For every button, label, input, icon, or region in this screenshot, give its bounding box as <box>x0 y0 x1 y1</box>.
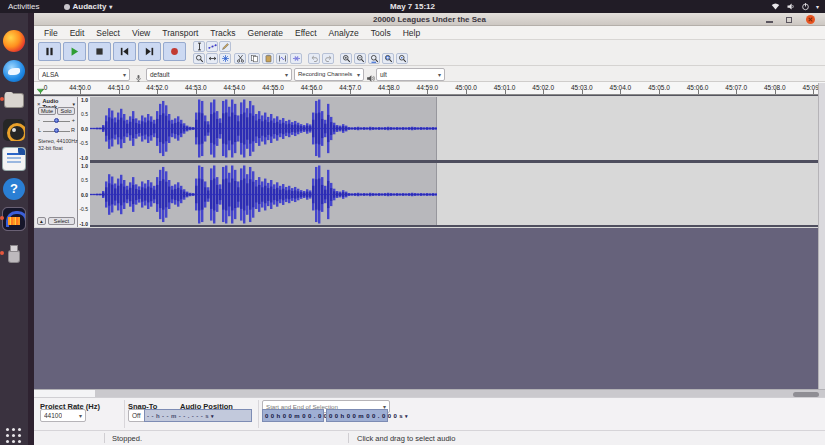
track-bottom-edge[interactable] <box>90 225 825 227</box>
running-indicator <box>0 216 4 220</box>
status-state: Stopped. <box>112 434 142 443</box>
waveform-channel-right[interactable] <box>90 163 437 226</box>
draw-button[interactable] <box>219 41 231 52</box>
select-track-button[interactable]: Select <box>48 217 75 225</box>
menubar: FileEditSelectViewTransportTracksGenerat… <box>34 26 825 40</box>
timeshift-button[interactable] <box>206 53 218 64</box>
dock-item-files[interactable] <box>3 89 25 111</box>
selection-start-field[interactable]: 0 0 h 0 0 m 0 0 . 0 0 0 s ▾ <box>262 409 324 422</box>
gain-thumb[interactable] <box>54 118 59 123</box>
system-tray[interactable]: ▾ <box>771 0 819 13</box>
timeline-tick <box>505 90 506 94</box>
pan-slider[interactable]: L R <box>38 127 75 136</box>
record-button[interactable] <box>163 42 186 61</box>
zoomtool-button[interactable] <box>193 53 205 64</box>
recording-device-select[interactable]: default▾ <box>146 68 292 81</box>
dock-item-help[interactable]: ? <box>3 178 25 200</box>
mute-button[interactable]: Mute <box>38 107 56 115</box>
running-indicator <box>0 97 4 101</box>
timeline-tick <box>659 90 660 94</box>
menu-transport[interactable]: Transport <box>156 26 204 40</box>
window-title: 20000 Leagues Under the Sea <box>34 13 825 26</box>
collapse-track-button[interactable]: ▴ <box>37 217 46 225</box>
dock-item-thunderbird[interactable] <box>3 60 25 82</box>
writer-icon <box>3 148 25 170</box>
timeline-tick <box>775 90 776 94</box>
channel-separator[interactable] <box>90 160 825 163</box>
selection-button[interactable] <box>193 41 205 52</box>
dock-item-rhythmbox[interactable] <box>3 119 25 141</box>
timeline-tick <box>80 90 81 94</box>
menu-view[interactable]: View <box>126 26 156 40</box>
zoom-in-button[interactable] <box>340 53 352 64</box>
play-button[interactable] <box>63 42 86 61</box>
menu-generate[interactable]: Generate <box>242 26 289 40</box>
zoom-fit-button[interactable] <box>382 53 394 64</box>
vruler-label: -0.5 <box>79 140 88 146</box>
minimize-button[interactable] <box>766 21 773 23</box>
selection-toolbar: Project Rate (Hz) 44100 ▾ Snap-To Off ▾ … <box>34 397 825 430</box>
timeline-tick <box>427 90 428 94</box>
audio-host-select[interactable]: ALSA▾ <box>38 68 130 81</box>
selection-end-field[interactable]: 0 0 h 0 0 m 0 0 . 0 0 0 s ▾ <box>326 409 388 422</box>
scrollbar-thumb[interactable] <box>793 392 819 397</box>
dock-item-writer[interactable] <box>3 148 25 170</box>
copy-button[interactable] <box>248 53 260 64</box>
skip-end-button[interactable] <box>138 42 161 61</box>
undo-button[interactable] <box>308 53 320 64</box>
pan-right-label: R <box>71 127 75 133</box>
gain-slider[interactable]: - + <box>38 117 75 126</box>
dock-item-audacity[interactable] <box>3 208 25 230</box>
solo-button[interactable]: Solo <box>57 107 75 115</box>
vertical-scrollbar[interactable] <box>818 83 825 389</box>
clock[interactable]: May 7 15:12 <box>0 2 825 11</box>
track-control-panel[interactable]: × Audio Track ▾ Mute Solo - + L R Stereo… <box>35 97 78 227</box>
zoom-toggle-button[interactable] <box>396 53 408 64</box>
envelope-button[interactable] <box>206 41 218 52</box>
redo-button[interactable] <box>322 53 334 64</box>
menu-tools[interactable]: Tools <box>365 26 397 40</box>
audacity-icon <box>3 208 25 230</box>
skip-start-button[interactable] <box>113 42 136 61</box>
menu-select[interactable]: Select <box>90 26 126 40</box>
menu-tracks[interactable]: Tracks <box>204 26 241 40</box>
multi-button[interactable] <box>219 53 231 64</box>
dock-item-usb[interactable] <box>3 243 25 265</box>
playback-device-select[interactable]: ult▾ <box>376 68 445 81</box>
pan-thumb[interactable] <box>54 128 59 133</box>
project-rate-value: 44100 <box>44 412 62 419</box>
maximize-button[interactable] <box>786 17 792 23</box>
close-button[interactable] <box>806 15 815 24</box>
timeline-tick <box>543 90 544 94</box>
menu-help[interactable]: Help <box>397 26 426 40</box>
paste-button[interactable] <box>262 53 274 64</box>
horizontal-scrollbar[interactable] <box>34 389 825 397</box>
trim-button[interactable] <box>276 53 288 64</box>
dock-item-firefox[interactable] <box>3 30 25 52</box>
stop-button[interactable] <box>88 42 111 61</box>
audio-host-value: ALSA <box>42 71 59 78</box>
recording-channels-select[interactable]: Recording Channels▾ <box>294 68 364 81</box>
gain-min-label: - <box>38 117 40 123</box>
cut-button[interactable] <box>234 53 246 64</box>
empty-project-area[interactable] <box>34 228 825 389</box>
timeline-ruler[interactable]: .0 44:50.044:51.044:52.044:53.044:54.044… <box>34 82 825 95</box>
window-titlebar[interactable]: 20000 Leagues Under the Sea <box>34 13 825 26</box>
zoom-out-button[interactable] <box>354 53 366 64</box>
timeline-tick <box>234 90 235 94</box>
dock-item-app-grid[interactable] <box>3 425 25 445</box>
menu-analyze[interactable]: Analyze <box>323 26 365 40</box>
waveform-zone[interactable] <box>90 97 825 227</box>
zoom-selection-button[interactable] <box>368 53 380 64</box>
pause-button[interactable] <box>38 42 61 61</box>
volume-icon <box>786 2 795 11</box>
menu-file[interactable]: File <box>38 26 64 40</box>
menu-effect[interactable]: Effect <box>289 26 323 40</box>
vruler-label: -1.0 <box>79 155 88 161</box>
silence-button[interactable] <box>290 53 302 64</box>
project-rate-select[interactable]: 44100 ▾ <box>40 409 86 422</box>
waveform-channel-left[interactable] <box>90 97 437 160</box>
status-separator <box>348 433 349 443</box>
audio-position-field[interactable]: - - h - - m - - . - - - s ▾ <box>144 409 252 422</box>
menu-edit[interactable]: Edit <box>64 26 91 40</box>
